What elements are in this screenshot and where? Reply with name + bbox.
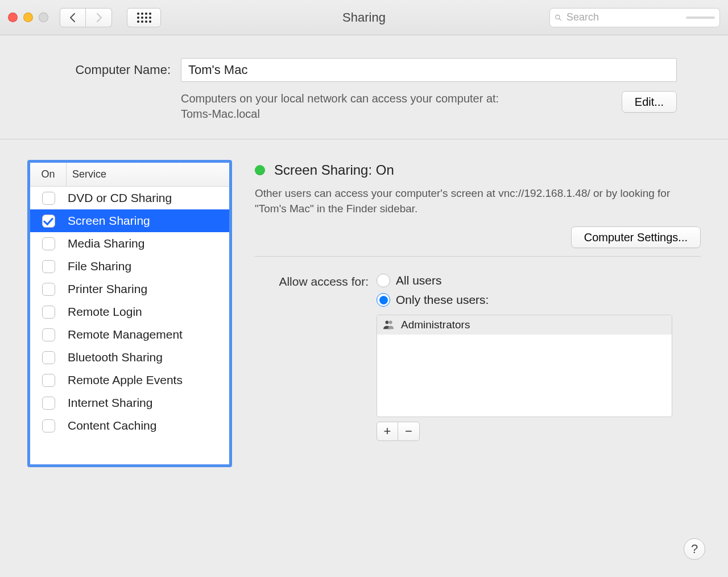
service-checkbox[interactable] bbox=[42, 237, 55, 250]
allow-access-label: Allow access for: bbox=[255, 274, 369, 288]
status-description: Other users can access your computer's s… bbox=[255, 186, 701, 216]
search-field[interactable] bbox=[549, 8, 720, 27]
service-row[interactable]: Remote Login bbox=[30, 300, 229, 323]
window-controls bbox=[8, 13, 48, 22]
service-checkbox[interactable] bbox=[42, 351, 55, 364]
service-checkbox[interactable] bbox=[42, 374, 55, 387]
detail-divider bbox=[255, 256, 701, 257]
status-title: Screen Sharing: On bbox=[274, 162, 394, 178]
radio-only-label: Only these users: bbox=[396, 293, 489, 307]
service-row[interactable]: Internet Sharing bbox=[30, 391, 229, 414]
service-checkbox[interactable] bbox=[42, 397, 55, 410]
service-checkbox[interactable] bbox=[42, 283, 55, 296]
add-user-button[interactable]: + bbox=[377, 422, 398, 441]
edit-hostname-button[interactable]: Edit... bbox=[622, 91, 677, 113]
service-row[interactable]: Bluetooth Sharing bbox=[30, 346, 229, 369]
service-row[interactable]: Screen Sharing bbox=[30, 209, 229, 232]
services-header-on: On bbox=[30, 163, 67, 186]
service-row[interactable]: Printer Sharing bbox=[30, 278, 229, 300]
forward-button[interactable] bbox=[86, 8, 112, 27]
service-label: Remote Apple Events bbox=[67, 373, 183, 387]
service-row[interactable]: Remote Apple Events bbox=[30, 369, 229, 391]
service-checkbox[interactable] bbox=[42, 419, 55, 432]
service-row[interactable]: Media Sharing bbox=[30, 232, 229, 255]
service-label: Internet Sharing bbox=[67, 396, 152, 410]
nav-buttons bbox=[60, 8, 112, 27]
service-row[interactable]: Content Caching bbox=[30, 414, 229, 437]
back-button[interactable] bbox=[60, 8, 86, 27]
show-all-button[interactable] bbox=[127, 8, 161, 27]
sharing-content: On Service DVD or CD SharingScreen Shari… bbox=[0, 139, 728, 537]
service-checkbox[interactable] bbox=[42, 306, 55, 319]
service-label: Content Caching bbox=[67, 419, 156, 432]
search-icon bbox=[555, 13, 562, 23]
users-icon bbox=[383, 320, 395, 330]
service-label: DVD or CD Sharing bbox=[67, 191, 172, 205]
svg-line-1 bbox=[559, 18, 561, 20]
computer-name-hint: Computers on your local network can acce… bbox=[181, 91, 499, 122]
service-label: Remote Management bbox=[67, 328, 183, 341]
service-checkbox[interactable] bbox=[42, 215, 55, 228]
service-label: Printer Sharing bbox=[67, 282, 147, 296]
computer-name-label: Computer Name: bbox=[51, 63, 171, 77]
search-input[interactable] bbox=[565, 11, 682, 24]
radio-only-users[interactable]: Only these users: bbox=[377, 293, 489, 307]
allowed-users-list[interactable]: Administrators bbox=[377, 315, 672, 417]
status-indicator-icon bbox=[255, 165, 265, 175]
minimize-window-button[interactable] bbox=[23, 13, 33, 22]
service-label: Remote Login bbox=[67, 305, 142, 319]
computer-name-input[interactable] bbox=[181, 58, 677, 82]
service-checkbox[interactable] bbox=[42, 260, 55, 273]
radio-icon bbox=[377, 274, 390, 287]
close-window-button[interactable] bbox=[8, 13, 18, 22]
radio-all-users[interactable]: All users bbox=[377, 274, 489, 287]
titlebar: Sharing bbox=[0, 0, 728, 35]
grid-icon bbox=[137, 13, 151, 23]
service-checkbox[interactable] bbox=[42, 192, 55, 205]
help-button[interactable]: ? bbox=[684, 538, 705, 560]
service-detail: Screen Sharing: On Other users can acces… bbox=[255, 160, 701, 441]
service-checkbox[interactable] bbox=[42, 328, 55, 341]
radio-icon bbox=[377, 293, 390, 307]
service-row[interactable]: DVD or CD Sharing bbox=[30, 187, 229, 209]
radio-all-label: All users bbox=[396, 274, 442, 287]
service-label: Bluetooth Sharing bbox=[67, 351, 163, 364]
computer-name-section: Computer Name: Computers on your local n… bbox=[0, 35, 728, 139]
user-label: Administrators bbox=[401, 319, 470, 331]
services-header-service: Service bbox=[67, 163, 229, 186]
zoom-window-button bbox=[39, 13, 48, 22]
svg-point-3 bbox=[389, 321, 392, 324]
search-divider bbox=[686, 17, 715, 19]
services-table[interactable]: On Service DVD or CD SharingScreen Shari… bbox=[27, 160, 232, 467]
svg-point-2 bbox=[386, 321, 389, 324]
service-row[interactable]: Remote Management bbox=[30, 323, 229, 346]
services-header: On Service bbox=[30, 163, 229, 187]
list-item[interactable]: Administrators bbox=[377, 315, 672, 335]
service-label: File Sharing bbox=[67, 259, 131, 273]
service-label: Screen Sharing bbox=[67, 214, 150, 228]
service-label: Media Sharing bbox=[67, 237, 144, 250]
service-row[interactable]: File Sharing bbox=[30, 255, 229, 278]
computer-settings-button[interactable]: Computer Settings... bbox=[571, 226, 701, 248]
remove-user-button[interactable]: − bbox=[398, 422, 420, 441]
